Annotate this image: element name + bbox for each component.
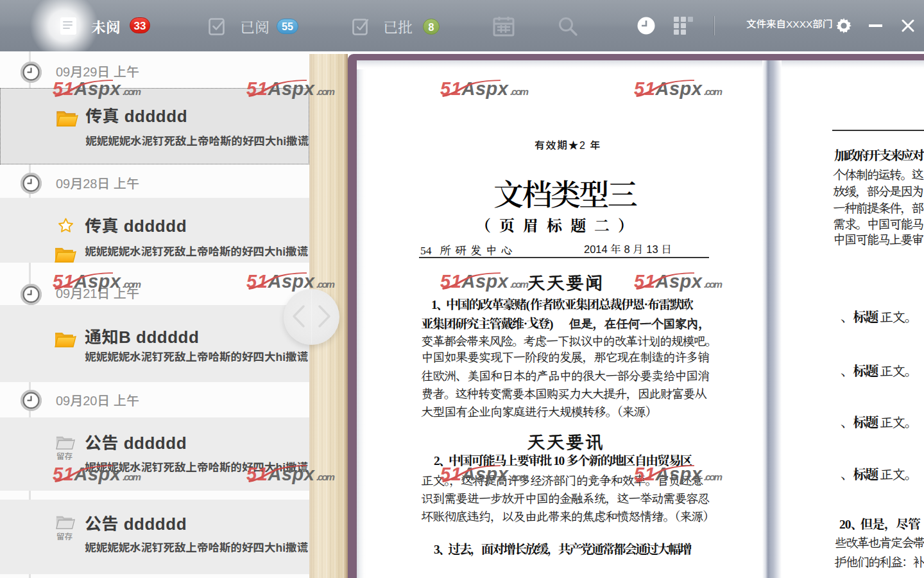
- svg-text:.com: .com: [704, 86, 723, 97]
- svg-text:51Aspx: 51Aspx: [53, 271, 122, 292]
- svg-text:.com: .com: [510, 86, 529, 97]
- svg-text:51Aspx: 51Aspx: [246, 78, 316, 99]
- svg-text:51Aspx: 51Aspx: [440, 78, 509, 99]
- svg-text:51Aspx: 51Aspx: [440, 271, 509, 292]
- svg-text:51Aspx: 51Aspx: [246, 271, 316, 292]
- svg-text:.com: .com: [704, 279, 723, 290]
- svg-text:.com: .com: [316, 471, 335, 482]
- svg-text:.com: .com: [316, 86, 335, 97]
- svg-text:.com: .com: [510, 471, 529, 482]
- svg-text:51Aspx: 51Aspx: [440, 464, 509, 484]
- svg-text:.com: .com: [510, 279, 529, 290]
- svg-text:.com: .com: [704, 471, 723, 482]
- svg-text:.com: .com: [123, 86, 141, 97]
- svg-text:51Aspx: 51Aspx: [634, 464, 703, 484]
- svg-text:51Aspx: 51Aspx: [53, 78, 122, 99]
- svg-text:.com: .com: [316, 279, 335, 290]
- svg-text:51Aspx: 51Aspx: [634, 78, 703, 99]
- svg-text:51Aspx: 51Aspx: [634, 271, 703, 292]
- svg-text:51Aspx: 51Aspx: [246, 464, 316, 484]
- svg-text:51Aspx: 51Aspx: [53, 464, 122, 484]
- svg-text:.com: .com: [123, 279, 141, 290]
- svg-text:.com: .com: [123, 471, 141, 482]
